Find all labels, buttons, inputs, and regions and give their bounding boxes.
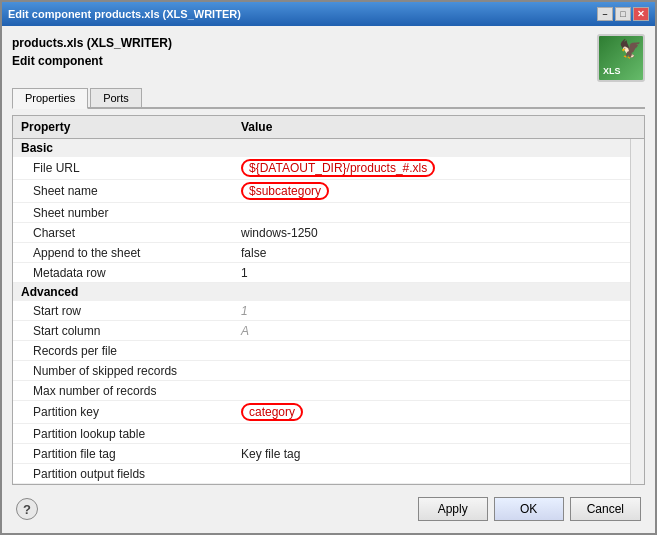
table-row: Partition key category [13, 401, 630, 424]
prop-value-partition-key: category [233, 401, 630, 423]
action-buttons: Apply OK Cancel [418, 497, 641, 521]
properties-panel: Property Value Basic File URL ${DATAOUT_… [12, 115, 645, 485]
prop-value-records-per-file [233, 349, 630, 353]
prop-value-start-column: A [233, 322, 630, 340]
table-row: Number of skipped records [13, 361, 630, 381]
maximize-button[interactable]: □ [615, 7, 631, 21]
main-window: Edit component products.xls (XLS_WRITER)… [0, 0, 657, 535]
prop-value-partition-output [233, 472, 630, 476]
xls-bird-icon: 🦅 [619, 38, 641, 60]
table-row: Start column A [13, 321, 630, 341]
window-title-text: products.xls (XLS_WRITER) Edit component [12, 34, 172, 70]
bottom-bar: ? Apply OK Cancel [12, 491, 645, 525]
prop-value-start-row: 1 [233, 302, 630, 320]
prop-value-skipped-records [233, 369, 630, 373]
prop-value-partition-lookup [233, 432, 630, 436]
prop-name-skipped-records: Number of skipped records [13, 362, 233, 380]
table-row: Partition lookup table [13, 424, 630, 444]
title-bar-controls: – □ ✕ [597, 7, 649, 21]
window-body: products.xls (XLS_WRITER) Edit component… [2, 26, 655, 533]
prop-value-sheet-number [233, 211, 630, 215]
table-row: Metadata row 1 [13, 263, 630, 283]
prop-name-partition-key: Partition key [13, 403, 233, 421]
prop-value-charset: windows-1250 [233, 224, 630, 242]
prop-value-max-records [233, 389, 630, 393]
prop-name-sheet-number: Sheet number [13, 204, 233, 222]
tab-ports[interactable]: Ports [90, 88, 142, 107]
prop-name-partition-lookup: Partition lookup table [13, 425, 233, 443]
window-header: products.xls (XLS_WRITER) Edit component… [12, 34, 645, 82]
section-basic: Basic [13, 139, 630, 157]
tab-bar: Properties Ports [12, 88, 645, 109]
title-bar-text: Edit component products.xls (XLS_WRITER) [8, 8, 241, 20]
prop-value-metadata-row: 1 [233, 264, 630, 282]
table-header: Property Value [13, 116, 644, 139]
help-button[interactable]: ? [16, 498, 38, 520]
prop-name-max-records: Max number of records [13, 382, 233, 400]
prop-name-charset: Charset [13, 224, 233, 242]
prop-name-partition-file-tag: Partition file tag [13, 445, 233, 463]
table-row: Sheet name $subcategory [13, 180, 630, 203]
xls-icon: XLS 🦅 [597, 34, 645, 82]
apply-button[interactable]: Apply [418, 497, 488, 521]
table-row: Records per file [13, 341, 630, 361]
col-header-value: Value [233, 118, 630, 136]
table-row: Partition file tag Key file tag [13, 444, 630, 464]
table-body: Basic File URL ${DATAOUT_DIR}/products_#… [13, 139, 630, 484]
prop-name-file-url: File URL [13, 159, 233, 177]
prop-name-records-per-file: Records per file [13, 342, 233, 360]
header-line1: products.xls (XLS_WRITER) [12, 34, 172, 52]
highlighted-sheet-name: $subcategory [241, 182, 329, 200]
section-advanced: Advanced [13, 283, 630, 301]
tab-properties[interactable]: Properties [12, 88, 88, 109]
prop-value-sheet-name: $subcategory [233, 180, 630, 202]
table-row: Charset windows-1250 [13, 223, 630, 243]
table-wrapper: Basic File URL ${DATAOUT_DIR}/products_#… [13, 139, 644, 484]
title-bar: Edit component products.xls (XLS_WRITER)… [2, 2, 655, 26]
prop-value-append: false [233, 244, 630, 262]
table-row: Sheet number [13, 203, 630, 223]
prop-name-metadata-row: Metadata row [13, 264, 233, 282]
prop-name-start-column: Start column [13, 322, 233, 340]
minimize-button[interactable]: – [597, 7, 613, 21]
prop-name-start-row: Start row [13, 302, 233, 320]
scrollbar[interactable] [630, 139, 644, 484]
highlighted-partition-key: category [241, 403, 303, 421]
table-row: Append to the sheet false [13, 243, 630, 263]
close-button[interactable]: ✕ [633, 7, 649, 21]
prop-name-partition-output: Partition output fields [13, 465, 233, 483]
table-row: Partition output fields [13, 464, 630, 484]
scrollbar-header-spacer [630, 118, 644, 136]
highlighted-file-url: ${DATAOUT_DIR}/products_#.xls [241, 159, 435, 177]
prop-value-file-url: ${DATAOUT_DIR}/products_#.xls [233, 157, 630, 179]
xls-label: XLS [603, 66, 621, 76]
prop-name-append: Append to the sheet [13, 244, 233, 262]
table-row: File URL ${DATAOUT_DIR}/products_#.xls [13, 157, 630, 180]
prop-value-partition-file-tag: Key file tag [233, 445, 630, 463]
table-row: Start row 1 [13, 301, 630, 321]
prop-name-sheet-name: Sheet name [13, 182, 233, 200]
ok-button[interactable]: OK [494, 497, 564, 521]
col-header-property: Property [13, 118, 233, 136]
header-line2: Edit component [12, 52, 172, 70]
table-row: Max number of records [13, 381, 630, 401]
cancel-button[interactable]: Cancel [570, 497, 641, 521]
